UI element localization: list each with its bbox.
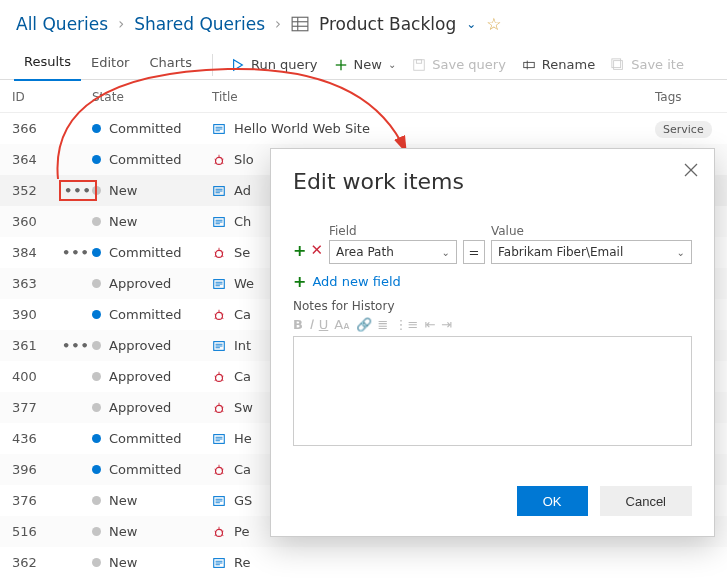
run-query-button[interactable]: Run query	[223, 53, 326, 76]
save-all-icon	[611, 58, 625, 72]
chevron-down-icon: ⌄	[442, 247, 450, 258]
rename-icon	[522, 58, 536, 72]
tab-editor[interactable]: Editor	[81, 49, 139, 80]
svg-rect-9	[524, 62, 535, 67]
save-items-label: Save ite	[631, 57, 684, 72]
numbered-list-button[interactable]: ⋮≡	[395, 317, 419, 332]
table-row[interactable]: 366CommittedHello World Web SiteService	[0, 113, 727, 144]
tab-results[interactable]: Results	[14, 48, 81, 81]
state-bullet-icon	[92, 527, 101, 536]
cell-title: Re	[212, 555, 655, 570]
save-query-label: Save query	[432, 57, 506, 72]
backlog-item-icon	[212, 494, 226, 508]
outdent-button[interactable]: ⇤	[424, 317, 435, 332]
svg-point-77	[216, 529, 223, 536]
table-icon	[291, 15, 309, 33]
field-dropdown-value: Area Path	[336, 245, 394, 259]
cell-menu: •••	[62, 245, 92, 260]
svg-marker-4	[234, 59, 243, 70]
field-dropdown[interactable]: Area Path ⌄	[329, 240, 457, 264]
remove-row-icon[interactable]: ✕	[310, 241, 323, 260]
cell-id: 436	[12, 431, 62, 446]
tab-charts[interactable]: Charts	[139, 49, 202, 80]
close-icon[interactable]	[684, 163, 698, 180]
breadcrumb-shared-queries[interactable]: Shared Queries	[134, 14, 265, 34]
value-dropdown[interactable]: Fabrikam Fiber\Email ⌄	[491, 240, 692, 264]
backlog-item-icon	[212, 122, 226, 136]
add-field-label: Add new field	[312, 274, 400, 289]
svg-point-51	[216, 374, 223, 381]
col-id[interactable]: ID	[12, 90, 62, 104]
col-title[interactable]: Title	[212, 90, 655, 104]
font-size-button[interactable]: Aᴀ	[334, 317, 349, 332]
more-actions-icon[interactable]: •••	[62, 245, 90, 260]
backlog-item-icon	[212, 277, 226, 291]
cell-tags: Service	[655, 121, 715, 136]
state-bullet-icon	[92, 341, 101, 350]
state-bullet-icon	[92, 248, 101, 257]
col-state[interactable]: State	[92, 90, 212, 104]
save-query-button[interactable]: Save query	[404, 53, 514, 76]
edit-work-items-dialog: Edit work items + ✕ Field Area Path ⌄ = …	[270, 148, 715, 537]
favorite-star-icon[interactable]: ☆	[486, 14, 501, 34]
underline-button[interactable]: U	[319, 317, 329, 332]
link-button[interactable]: 🔗	[356, 317, 372, 332]
cell-state: New	[92, 214, 212, 229]
cell-state: New	[92, 183, 212, 198]
state-bullet-icon	[92, 465, 101, 474]
bold-button[interactable]: B	[293, 317, 303, 332]
tag-badge: Service	[655, 121, 712, 138]
svg-point-17	[216, 157, 223, 164]
new-button[interactable]: New ⌄	[326, 53, 405, 76]
col-tags[interactable]: Tags	[655, 90, 715, 104]
bug-icon	[212, 463, 226, 477]
more-actions-icon[interactable]: •••	[62, 338, 90, 353]
field-label: Field	[329, 224, 457, 238]
notes-textarea[interactable]	[293, 336, 692, 446]
plus-icon: +	[293, 272, 306, 291]
new-label: New	[354, 57, 382, 72]
rename-button[interactable]: Rename	[514, 53, 603, 76]
cell-id: 362	[12, 555, 62, 570]
state-bullet-icon	[92, 310, 101, 319]
backlog-item-icon	[212, 339, 226, 353]
add-row-icon[interactable]: +	[293, 241, 306, 260]
chevron-down-icon[interactable]: ⌄	[466, 17, 476, 31]
state-bullet-icon	[92, 558, 101, 567]
cell-state: Committed	[92, 462, 212, 477]
cell-state: Approved	[92, 369, 212, 384]
cancel-button[interactable]: Cancel	[600, 486, 692, 516]
save-items-button[interactable]: Save ite	[603, 53, 692, 76]
italic-button[interactable]: I	[309, 317, 313, 332]
cell-id: 400	[12, 369, 62, 384]
cell-state: Committed	[92, 121, 212, 136]
breadcrumb: All Queries › Shared Queries › Product B…	[0, 0, 727, 40]
breadcrumb-all-queries[interactable]: All Queries	[16, 14, 108, 34]
backlog-item-icon	[212, 432, 226, 446]
state-bullet-icon	[92, 403, 101, 412]
value-dropdown-value: Fabrikam Fiber\Email	[498, 245, 623, 259]
bug-icon	[212, 246, 226, 260]
cell-state: Committed	[92, 152, 212, 167]
more-actions-icon[interactable]: •••	[62, 183, 94, 198]
backlog-item-icon	[212, 184, 226, 198]
indent-button[interactable]: ⇥	[441, 317, 452, 332]
add-new-field-link[interactable]: + Add new field	[293, 272, 692, 291]
cell-title: Hello World Web Site	[212, 121, 655, 136]
ok-button[interactable]: OK	[517, 486, 588, 516]
cell-state: Committed	[92, 307, 212, 322]
richtext-toolbar: B I U Aᴀ 🔗 ≣ ⋮≡ ⇤ ⇥	[293, 313, 692, 336]
table-row[interactable]: 362NewRe	[0, 547, 727, 578]
operator-box[interactable]: =	[463, 240, 485, 264]
cell-menu: •••	[62, 338, 92, 353]
cell-state: New	[92, 493, 212, 508]
chevron-down-icon: ⌄	[388, 59, 396, 70]
separator	[212, 54, 213, 76]
chevron-down-icon: ⌄	[677, 247, 685, 258]
svg-point-31	[216, 250, 223, 257]
cell-id: 377	[12, 400, 62, 415]
cell-id: 364	[12, 152, 62, 167]
state-bullet-icon	[92, 155, 101, 164]
cell-state: Committed	[92, 245, 212, 260]
bullet-list-button[interactable]: ≣	[378, 317, 389, 332]
